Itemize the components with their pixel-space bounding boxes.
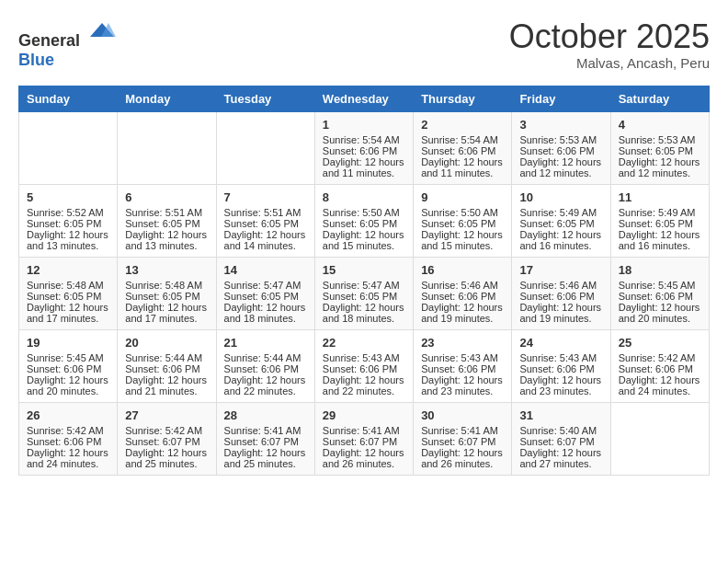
location-title: Malvas, Ancash, Peru [509,55,710,71]
table-row: 19Sunrise: 5:45 AMSunset: 6:06 PMDayligh… [19,329,118,402]
day-info: Sunrise: 5:54 AMSunset: 6:06 PMDaylight:… [421,134,503,178]
day-number: 5 [27,190,109,204]
day-info: Sunrise: 5:44 AMSunset: 6:06 PMDaylight:… [125,352,207,396]
logo-blue: Blue [18,51,54,69]
day-number: 29 [323,408,405,422]
table-row: 5Sunrise: 5:52 AMSunset: 6:05 PMDaylight… [19,184,118,257]
day-info: Sunrise: 5:43 AMSunset: 6:06 PMDaylight:… [519,352,601,396]
table-row: 6Sunrise: 5:51 AMSunset: 6:05 PMDaylight… [118,184,216,257]
table-row: 30Sunrise: 5:41 AMSunset: 6:07 PMDayligh… [414,402,512,475]
header-wednesday: Wednesday [314,86,413,111]
logo-icon [88,18,116,46]
title-section: October 2025 Malvas, Ancash, Peru [509,18,710,71]
day-number: 10 [519,190,602,204]
day-info: Sunrise: 5:41 AMSunset: 6:07 PMDaylight:… [224,425,306,469]
table-row: 11Sunrise: 5:49 AMSunset: 6:05 PMDayligh… [610,184,709,257]
day-number: 20 [125,336,208,350]
calendar-week-row: 19Sunrise: 5:45 AMSunset: 6:06 PMDayligh… [19,329,710,402]
day-number: 24 [519,336,602,350]
header-thursday: Thursday [414,86,512,111]
table-row: 3Sunrise: 5:53 AMSunset: 6:06 PMDaylight… [512,111,610,184]
day-number: 9 [421,190,504,204]
table-row: 10Sunrise: 5:49 AMSunset: 6:05 PMDayligh… [512,184,610,257]
day-number: 31 [519,408,602,422]
table-row: 20Sunrise: 5:44 AMSunset: 6:06 PMDayligh… [118,329,216,402]
day-number: 11 [619,190,701,204]
day-info: Sunrise: 5:46 AMSunset: 6:06 PMDaylight:… [421,280,503,324]
table-row [216,111,314,184]
day-number: 28 [224,408,307,422]
month-title: October 2025 [509,18,710,55]
day-info: Sunrise: 5:53 AMSunset: 6:06 PMDaylight:… [519,134,601,178]
calendar-week-row: 26Sunrise: 5:42 AMSunset: 6:06 PMDayligh… [19,402,710,475]
day-info: Sunrise: 5:41 AMSunset: 6:07 PMDaylight:… [323,425,404,469]
day-info: Sunrise: 5:52 AMSunset: 6:05 PMDaylight:… [27,207,108,251]
table-row: 28Sunrise: 5:41 AMSunset: 6:07 PMDayligh… [216,402,314,475]
table-row: 25Sunrise: 5:42 AMSunset: 6:06 PMDayligh… [610,329,709,402]
day-info: Sunrise: 5:50 AMSunset: 6:05 PMDaylight:… [421,207,503,251]
table-row: 27Sunrise: 5:42 AMSunset: 6:07 PMDayligh… [118,402,216,475]
header-saturday: Saturday [610,86,709,111]
calendar-table: Sunday Monday Tuesday Wednesday Thursday… [18,86,710,476]
day-info: Sunrise: 5:41 AMSunset: 6:07 PMDaylight:… [421,425,503,469]
day-info: Sunrise: 5:44 AMSunset: 6:06 PMDaylight:… [224,352,306,396]
day-info: Sunrise: 5:42 AMSunset: 6:06 PMDaylight:… [619,352,700,396]
day-number: 25 [619,336,701,350]
day-number: 1 [323,118,405,132]
table-row: 15Sunrise: 5:47 AMSunset: 6:05 PMDayligh… [314,257,413,329]
table-row: 13Sunrise: 5:48 AMSunset: 6:05 PMDayligh… [118,257,216,329]
table-row: 31Sunrise: 5:40 AMSunset: 6:07 PMDayligh… [512,402,610,475]
day-info: Sunrise: 5:42 AMSunset: 6:07 PMDaylight:… [125,425,207,469]
day-number: 7 [224,190,307,204]
day-number: 16 [421,263,504,277]
day-number: 27 [125,408,208,422]
day-info: Sunrise: 5:40 AMSunset: 6:07 PMDaylight:… [519,425,601,469]
day-info: Sunrise: 5:46 AMSunset: 6:06 PMDaylight:… [519,280,601,324]
table-row [19,111,118,184]
table-row: 24Sunrise: 5:43 AMSunset: 6:06 PMDayligh… [512,329,610,402]
day-info: Sunrise: 5:43 AMSunset: 6:06 PMDaylight:… [323,352,404,396]
day-info: Sunrise: 5:54 AMSunset: 6:06 PMDaylight:… [323,134,404,178]
table-row: 29Sunrise: 5:41 AMSunset: 6:07 PMDayligh… [314,402,413,475]
day-info: Sunrise: 5:49 AMSunset: 6:05 PMDaylight:… [519,207,601,251]
table-row: 21Sunrise: 5:44 AMSunset: 6:06 PMDayligh… [216,329,314,402]
logo-general: General [18,31,80,50]
day-info: Sunrise: 5:42 AMSunset: 6:06 PMDaylight:… [27,425,108,469]
table-row: 9Sunrise: 5:50 AMSunset: 6:05 PMDaylight… [414,184,512,257]
day-info: Sunrise: 5:47 AMSunset: 6:05 PMDaylight:… [323,280,404,324]
day-number: 3 [519,118,602,132]
day-number: 22 [323,336,405,350]
table-row: 17Sunrise: 5:46 AMSunset: 6:06 PMDayligh… [512,257,610,329]
day-info: Sunrise: 5:49 AMSunset: 6:05 PMDaylight:… [619,207,700,251]
calendar-week-row: 5Sunrise: 5:52 AMSunset: 6:05 PMDaylight… [19,184,710,257]
day-number: 8 [323,190,405,204]
table-row: 26Sunrise: 5:42 AMSunset: 6:06 PMDayligh… [19,402,118,475]
day-number: 15 [323,263,405,277]
day-info: Sunrise: 5:43 AMSunset: 6:06 PMDaylight:… [421,352,503,396]
day-number: 23 [421,336,504,350]
table-row: 23Sunrise: 5:43 AMSunset: 6:06 PMDayligh… [414,329,512,402]
table-row: 14Sunrise: 5:47 AMSunset: 6:05 PMDayligh… [216,257,314,329]
header-friday: Friday [512,86,610,111]
calendar-week-row: 12Sunrise: 5:48 AMSunset: 6:05 PMDayligh… [19,257,710,329]
day-number: 19 [27,336,109,350]
day-number: 6 [125,190,208,204]
table-row: 7Sunrise: 5:51 AMSunset: 6:05 PMDaylight… [216,184,314,257]
day-info: Sunrise: 5:48 AMSunset: 6:05 PMDaylight:… [27,280,108,324]
day-info: Sunrise: 5:53 AMSunset: 6:05 PMDaylight:… [619,134,700,178]
day-number: 30 [421,408,504,422]
table-row: 1Sunrise: 5:54 AMSunset: 6:06 PMDaylight… [314,111,413,184]
day-number: 21 [224,336,307,350]
day-number: 13 [125,263,208,277]
logo: General Blue [18,18,116,70]
weekday-header-row: Sunday Monday Tuesday Wednesday Thursday… [19,86,710,111]
calendar-week-row: 1Sunrise: 5:54 AMSunset: 6:06 PMDaylight… [19,111,710,184]
day-number: 4 [619,118,701,132]
table-row: 18Sunrise: 5:45 AMSunset: 6:06 PMDayligh… [610,257,709,329]
header-monday: Monday [118,86,216,111]
logo-text: General Blue [18,18,116,70]
day-info: Sunrise: 5:47 AMSunset: 6:05 PMDaylight:… [224,280,306,324]
day-info: Sunrise: 5:50 AMSunset: 6:05 PMDaylight:… [323,207,404,251]
day-number: 12 [27,263,109,277]
table-row: 8Sunrise: 5:50 AMSunset: 6:05 PMDaylight… [314,184,413,257]
